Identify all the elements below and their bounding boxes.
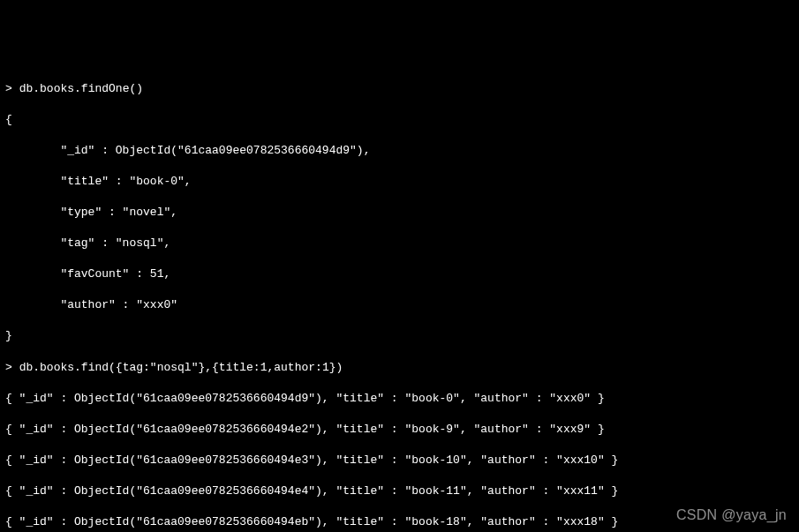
prompt-line-2: > db.books.find({tag:"nosql"},{title:1,a… [5,360,794,376]
output-line: { [5,112,794,128]
output-line: "type" : "novel", [5,205,794,221]
output-line: "author" : "xxx0" [5,297,794,313]
prompt-char: > [5,82,12,95]
output-line: { "_id" : ObjectId("61caa09ee07825366604… [5,483,794,499]
output-line: "_id" : ObjectId("61caa09ee0782536660494… [5,143,794,159]
command-text: db.books.findOne() [19,82,143,95]
prompt-line-1: > db.books.findOne() [5,81,794,97]
output-line: } [5,328,794,344]
prompt-char: > [5,361,12,374]
output-line: "tag" : "nosql", [5,236,794,251]
command-text: db.books.find({tag:"nosql"},{title:1,aut… [19,361,343,374]
terminal[interactable]: > db.books.findOne() { "_id" : ObjectId(… [5,65,794,532]
output-line: "favCount" : 51, [5,266,794,282]
output-line: { "_id" : ObjectId("61caa09ee07825366604… [5,453,794,468]
output-line: { "_id" : ObjectId("61caa09ee07825366604… [5,422,794,438]
output-line: { "_id" : ObjectId("61caa09ee07825366604… [5,514,794,530]
output-line: "title" : "book-0", [5,174,794,190]
output-line: { "_id" : ObjectId("61caa09ee07825366604… [5,391,794,407]
